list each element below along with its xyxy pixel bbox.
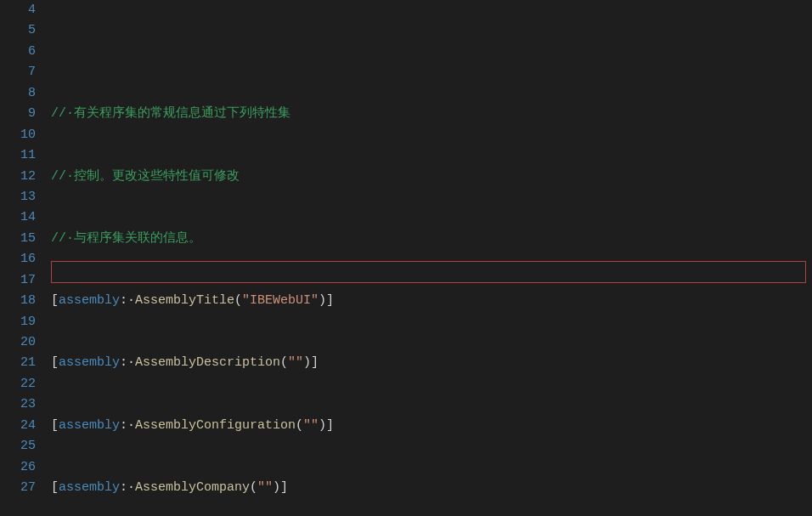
- code-line[interactable]: //·与程序集关联的信息。: [51, 229, 812, 249]
- line-number: 18: [0, 291, 36, 311]
- line-number-gutter: 4 5 6 7 8 9 10 11 12 13 14 15 16 17 18 1…: [0, 0, 51, 516]
- line-number: 24: [0, 416, 36, 436]
- line-number: 27: [0, 478, 36, 498]
- code-line[interactable]: //·有关程序集的常规信息通过下列特性集: [51, 104, 812, 124]
- line-number: 13: [0, 187, 36, 207]
- code-line[interactable]: //·控制。更改这些特性值可修改: [51, 167, 812, 187]
- comment: //·与程序集关联的信息。: [51, 231, 201, 246]
- line-number: 10: [0, 125, 36, 145]
- line-number: 16: [0, 249, 36, 269]
- code-editor[interactable]: 4 5 6 7 8 9 10 11 12 13 14 15 16 17 18 1…: [0, 0, 812, 516]
- line-number: 17: [0, 270, 36, 291]
- line-number: 22: [0, 374, 36, 394]
- code-line[interactable]: [assembly:·AssemblyConfiguration("")]: [51, 416, 812, 436]
- line-number: 9: [0, 104, 36, 124]
- line-number: 12: [0, 167, 36, 187]
- line-number: 4: [0, 0, 36, 20]
- code-line[interactable]: [assembly:·AssemblyTitle("IBEWebUI")]: [51, 291, 812, 311]
- line-number: 11: [0, 145, 36, 166]
- line-number: 15: [0, 229, 36, 249]
- line-number: 20: [0, 332, 36, 353]
- comment: //·控制。更改这些特性值可修改: [51, 169, 240, 184]
- line-number: 19: [0, 312, 36, 332]
- line-number: 5: [0, 20, 36, 41]
- line-number: 8: [0, 83, 36, 104]
- comment: //·有关程序集的常规信息通过下列特性集: [51, 106, 290, 121]
- code-line[interactable]: [assembly:·AssemblyCompany("")]: [51, 478, 812, 498]
- code-area[interactable]: //·有关程序集的常规信息通过下列特性集 //·控制。更改这些特性值可修改 //…: [51, 0, 812, 516]
- line-number: 21: [0, 353, 36, 373]
- line-number: 6: [0, 42, 36, 62]
- code-line[interactable]: [assembly:·AssemblyDescription("")]: [51, 353, 812, 373]
- line-number: 7: [0, 62, 36, 82]
- code-line[interactable]: [51, 42, 812, 62]
- line-number: 14: [0, 207, 36, 228]
- line-number: 25: [0, 436, 36, 456]
- highlight-annotation: [51, 261, 806, 283]
- line-number: 23: [0, 394, 36, 415]
- line-number: 26: [0, 457, 36, 478]
